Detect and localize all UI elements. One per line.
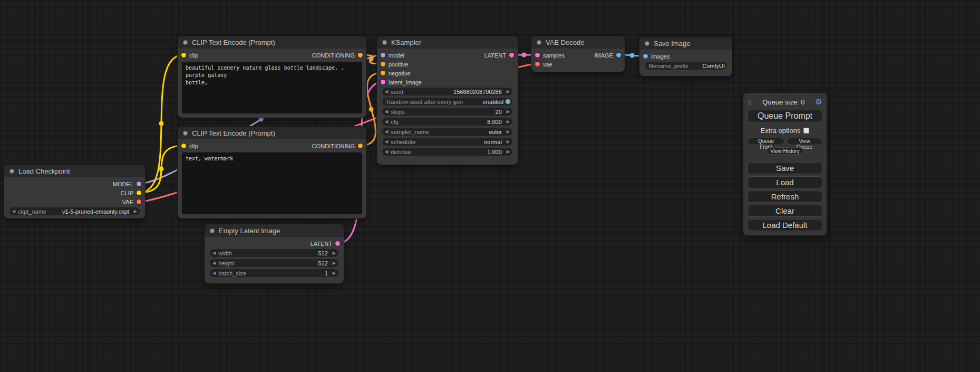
input-slot-clip[interactable]: clip <box>178 51 272 60</box>
clip-connector-icon[interactable] <box>181 53 186 58</box>
collapse-dot-icon[interactable] <box>9 169 14 174</box>
queue-prompt-button[interactable]: Queue Prompt <box>748 110 822 122</box>
ckpt-name-widget[interactable]: ◀ ckpt_name v1-5-pruned-emaonly.ckpt ▶ <box>9 207 140 215</box>
decrement-arrow-icon[interactable]: ◀ <box>382 128 391 136</box>
decrement-arrow-icon[interactable]: ◀ <box>210 269 218 277</box>
input-slot-clip[interactable]: clip <box>178 141 272 150</box>
image-connector-icon[interactable] <box>616 53 621 58</box>
input-slot-vae[interactable]: vae <box>531 60 625 69</box>
extra-options-checkbox[interactable] <box>803 128 809 133</box>
output-slot-image[interactable]: IMAGE <box>578 51 625 60</box>
node-title-bar[interactable]: VAE Decode <box>531 36 625 49</box>
increment-arrow-icon[interactable]: ▶ <box>504 148 512 156</box>
output-slot-latent[interactable]: LATENT <box>448 51 518 60</box>
denoise-widget[interactable]: ◀ denoise 1.000 ▶ <box>382 148 512 156</box>
scheduler-widget[interactable]: ◀ scheduler normal ▶ <box>382 138 512 146</box>
input-slot-model[interactable]: model <box>377 51 448 60</box>
latent-connector-icon[interactable] <box>509 53 514 58</box>
view-history-button[interactable]: View History <box>766 147 803 155</box>
collapse-dot-icon[interactable] <box>210 228 215 233</box>
decrement-arrow-icon[interactable]: ◀ <box>210 259 218 267</box>
save-button[interactable]: Save <box>748 162 822 174</box>
vae-connector-icon[interactable] <box>535 62 540 66</box>
input-slot-images[interactable]: images <box>639 52 732 61</box>
increment-arrow-icon[interactable]: ▶ <box>504 108 512 116</box>
conditioning-connector-icon[interactable] <box>358 144 363 148</box>
link-midpoint-dot[interactable] <box>369 107 374 112</box>
output-slot-conditioning[interactable]: CONDITIONING <box>272 51 366 60</box>
node-title-bar[interactable]: CLIP Text Encode (Prompt) <box>178 127 366 139</box>
node-empty-latent-image[interactable]: Empty Latent Image LATENT ◀ width 512 ▶ … <box>205 224 344 283</box>
collapse-dot-icon[interactable] <box>537 40 541 45</box>
node-clip-text-encode-positive[interactable]: CLIP Text Encode (Prompt) clip CONDITION… <box>178 36 366 118</box>
toggle-indicator-icon[interactable] <box>506 99 510 104</box>
latent-connector-icon[interactable] <box>535 53 540 58</box>
increment-arrow-icon[interactable]: ▶ <box>504 118 512 126</box>
collapse-dot-icon[interactable] <box>183 40 188 45</box>
prompt-textarea[interactable]: text, watermark <box>182 152 362 214</box>
link-midpoint-dot[interactable] <box>159 167 164 171</box>
load-default-button[interactable]: Load Default <box>748 219 822 231</box>
refresh-button[interactable]: Refresh <box>748 190 822 203</box>
increment-arrow-icon[interactable]: ▶ <box>131 207 140 215</box>
increment-arrow-icon[interactable]: ▶ <box>504 138 512 146</box>
increment-arrow-icon[interactable]: ▶ <box>504 128 512 136</box>
output-slot-model[interactable]: MODEL <box>4 179 145 188</box>
output-slot-vae[interactable]: VAE <box>4 197 145 206</box>
filename-prefix-widget[interactable]: filename_prefix ComfyUI <box>645 62 727 70</box>
output-slot-conditioning[interactable]: CONDITIONING <box>272 141 366 150</box>
input-slot-negative[interactable]: negative <box>377 69 518 78</box>
node-load-checkpoint[interactable]: Load Checkpoint MODEL CLIP VAE ◀ ckpt_na… <box>4 165 145 218</box>
decrement-arrow-icon[interactable]: ◀ <box>382 118 391 126</box>
prompt-textarea[interactable]: beautiful scenery nature glass bottle la… <box>182 62 362 113</box>
decrement-arrow-icon[interactable]: ◀ <box>382 88 391 96</box>
increment-arrow-icon[interactable]: ▶ <box>330 259 338 267</box>
batch-size-widget[interactable]: ◀ batch_size 1 ▶ <box>210 269 338 277</box>
latent-connector-icon[interactable] <box>381 80 385 84</box>
link-midpoint-dot[interactable] <box>369 57 374 62</box>
increment-arrow-icon[interactable]: ▶ <box>330 249 338 257</box>
collapse-dot-icon[interactable] <box>183 131 188 136</box>
decrement-arrow-icon[interactable]: ◀ <box>382 148 391 156</box>
node-vae-decode[interactable]: VAE Decode samples IMAGE vae <box>531 36 625 72</box>
increment-arrow-icon[interactable]: ▶ <box>504 88 512 96</box>
settings-gear-icon[interactable]: ⚙ <box>816 97 822 107</box>
cfg-widget[interactable]: ◀ cfg 8.000 ▶ <box>382 118 512 126</box>
link-midpoint-dot[interactable] <box>522 53 527 58</box>
steps-widget[interactable]: ◀ steps 20 ▶ <box>382 108 512 116</box>
node-clip-text-encode-negative[interactable]: CLIP Text Encode (Prompt) clip CONDITION… <box>178 127 366 218</box>
decrement-arrow-icon[interactable]: ◀ <box>382 138 391 146</box>
link-midpoint-dot[interactable] <box>630 53 635 58</box>
view-queue-button[interactable]: View Queue <box>787 138 822 145</box>
queue-front-button[interactable]: Queue Front <box>748 138 784 145</box>
decrement-arrow-icon[interactable]: ◀ <box>9 207 18 215</box>
link-midpoint-dot[interactable] <box>159 121 164 126</box>
random-seed-toggle-widget[interactable]: Random seed after every gen enabled <box>382 98 512 106</box>
vae-connector-icon[interactable] <box>137 199 141 204</box>
clip-connector-icon[interactable] <box>137 190 141 195</box>
image-connector-icon[interactable] <box>643 54 648 59</box>
output-slot-latent[interactable]: LATENT <box>205 239 344 248</box>
increment-arrow-icon[interactable]: ▶ <box>330 269 338 277</box>
decrement-arrow-icon[interactable]: ◀ <box>382 108 391 116</box>
clip-connector-icon[interactable] <box>181 144 186 148</box>
node-graph-canvas[interactable]: Load Checkpoint MODEL CLIP VAE ◀ ckpt_na… <box>0 0 980 372</box>
decrement-arrow-icon[interactable]: ◀ <box>210 249 218 257</box>
input-slot-latent-image[interactable]: latent_image <box>377 78 518 87</box>
seed-widget[interactable]: ◀ seed 156680208700286 ▶ <box>382 88 512 96</box>
node-ksampler[interactable]: KSampler model LATENT positive negative <box>377 36 518 165</box>
node-title-bar[interactable]: Save Image <box>639 37 732 50</box>
node-title-bar[interactable]: Load Checkpoint <box>4 165 145 177</box>
drag-handle-icon[interactable]: ⣿ <box>748 99 752 106</box>
conditioning-connector-icon[interactable] <box>381 71 385 75</box>
node-title-bar[interactable]: Empty Latent Image <box>205 224 344 237</box>
input-slot-positive[interactable]: positive <box>377 60 518 69</box>
node-save-image[interactable]: Save Image images filename_prefix ComfyU… <box>639 37 732 76</box>
width-widget[interactable]: ◀ width 512 ▶ <box>210 249 338 257</box>
model-connector-icon[interactable] <box>381 53 385 58</box>
conditioning-connector-icon[interactable] <box>358 53 363 58</box>
sampler-name-widget[interactable]: ◀ sampler_name euler ▶ <box>382 128 512 136</box>
load-button[interactable]: Load <box>748 176 822 188</box>
node-title-bar[interactable]: KSampler <box>377 36 518 49</box>
output-slot-clip[interactable]: CLIP <box>4 188 145 197</box>
